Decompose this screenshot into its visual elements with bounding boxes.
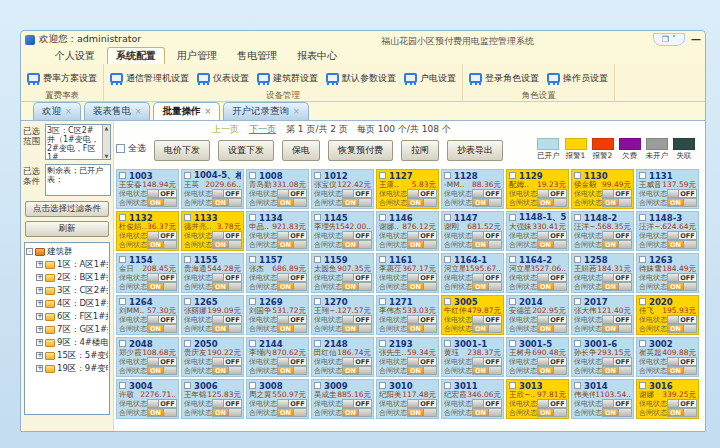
tree-expand-icon[interactable]: +	[36, 313, 43, 320]
meter-card[interactable]: 3002崔英超409.88元保电状态OFF合闸状态ON	[636, 337, 699, 377]
power-protect-toggle[interactable]: OFF	[667, 315, 697, 324]
power-protect-toggle[interactable]: OFF	[667, 273, 697, 282]
meter-checkbox[interactable]	[249, 340, 256, 347]
close-icon[interactable]: ×	[135, 107, 142, 116]
power-protect-toggle[interactable]: OFF	[407, 315, 437, 324]
selected-condition-box[interactable]: 剩余表；已开户表；	[45, 164, 111, 196]
meter-card[interactable]: 3011纪宏霞346.06元保电状态OFF合闸状态ON	[441, 379, 504, 419]
power-protect-toggle[interactable]: OFF	[407, 189, 437, 198]
gate-state-toggle[interactable]: ON	[342, 240, 372, 249]
meter-card[interactable]: 3010纪阳美..117.48元保电状态OFF合闸状态ON	[376, 379, 439, 419]
gate-state-toggle[interactable]: ON	[407, 366, 437, 375]
meter-card[interactable]: 3014伟美仲1103.54..保电状态OFF合闸状态ON	[571, 379, 634, 419]
meter-card[interactable]: 2050贵庆友190.22元保电状态OFF合闸状态ON	[181, 337, 244, 377]
gate-state-toggle[interactable]: ON	[212, 282, 242, 291]
power-protect-toggle[interactable]: OFF	[407, 231, 437, 240]
power-protect-toggle[interactable]: OFF	[472, 357, 502, 366]
power-protect-toggle[interactable]: OFF	[212, 189, 242, 198]
meter-card[interactable]: 1133德井亮..3.78元保电状态OFF合闸状态ON	[181, 211, 244, 251]
meter-checkbox[interactable]	[184, 298, 191, 305]
meter-card[interactable]: 1128-MM..88.36元保电状态OFF合闸状态ON	[441, 169, 504, 209]
range-scrollbar[interactable]: ▲ ▼	[102, 125, 110, 159]
meter-checkbox[interactable]	[574, 256, 581, 263]
gate-state-toggle[interactable]: ON	[212, 198, 242, 207]
meter-checkbox[interactable]	[314, 172, 321, 179]
gate-state-toggle[interactable]: ON	[212, 240, 242, 249]
meter-checkbox[interactable]	[249, 298, 256, 305]
gate-state-toggle[interactable]: ON	[342, 366, 372, 375]
power-protect-toggle[interactable]: OFF	[212, 315, 242, 324]
meter-card[interactable]: 1012张宝仪..122.42元保电状态OFF合闸状态ON	[311, 169, 374, 209]
tree-expand-icon[interactable]: +	[36, 261, 43, 268]
gate-state-toggle[interactable]: ON	[602, 240, 632, 249]
gate-state-toggle[interactable]: ON	[147, 324, 177, 333]
gate-state-toggle[interactable]: ON	[602, 324, 632, 333]
meter-checkbox[interactable]	[314, 382, 321, 389]
meter-checkbox[interactable]	[119, 340, 126, 347]
ribbon-button[interactable]: 通信管理机设置	[110, 72, 189, 85]
meter-checkbox[interactable]	[379, 214, 386, 221]
meter-card[interactable]: 1132杜俊娟..36.37元保电状态OFF合闸状态ON	[116, 211, 179, 251]
scroll-down-icon[interactable]: ▼	[103, 153, 110, 159]
power-protect-toggle[interactable]: OFF	[147, 189, 177, 198]
power-protect-toggle[interactable]: OFF	[277, 357, 307, 366]
power-protect-toggle[interactable]: OFF	[342, 357, 372, 366]
power-protect-toggle[interactable]: OFF	[147, 273, 177, 282]
meter-card[interactable]: 3013王欣~..97.81元保电状态OFF合闸状态ON	[506, 379, 569, 419]
window-restore-icon[interactable]: ❐	[662, 35, 669, 44]
meter-card[interactable]: 2148田红仙186.74元保电状态OFF合闸状态ON	[311, 337, 374, 377]
power-protect-toggle[interactable]: OFF	[667, 357, 697, 366]
meter-checkbox[interactable]	[249, 256, 256, 263]
gate-state-toggle[interactable]: ON	[472, 366, 502, 375]
gate-state-toggle[interactable]: ON	[277, 408, 307, 417]
meter-card[interactable]: 1164-1河立星..1595.67..保电状态OFF合闸状态ON	[441, 253, 504, 293]
power-protect-toggle[interactable]: OFF	[537, 399, 567, 408]
action-button-3[interactable]: 恢复预付费	[328, 140, 393, 161]
gate-state-toggle[interactable]: ON	[472, 240, 502, 249]
meter-checkbox[interactable]	[379, 298, 386, 305]
meter-checkbox[interactable]	[119, 298, 126, 305]
refresh-button[interactable]: 刷新	[25, 221, 109, 237]
meter-card[interactable]: 1154金日208.45元保电状态OFF合闸状态ON	[116, 253, 179, 293]
gate-state-toggle[interactable]: ON	[602, 366, 632, 375]
power-protect-toggle[interactable]: OFF	[472, 231, 502, 240]
gate-state-toggle[interactable]: ON	[277, 198, 307, 207]
ribbon-button[interactable]: 默认参数设置	[326, 72, 396, 85]
meter-card[interactable]: 1146谢娜..876.12元保电状态OFF合闸状态ON	[376, 211, 439, 251]
meter-card[interactable]: 1271李伟杰533.03元保电状态OFF合闸状态ON	[376, 295, 439, 335]
gate-state-toggle[interactable]: ON	[277, 240, 307, 249]
menu-tab-1[interactable]: 系统配置	[107, 47, 165, 64]
power-protect-toggle[interactable]: OFF	[602, 315, 632, 324]
power-protect-toggle[interactable]: OFF	[602, 357, 632, 366]
meter-card[interactable]: 3004许敬2276.71..保电状态OFF合闸状态ON	[116, 379, 179, 419]
power-protect-toggle[interactable]: OFF	[537, 273, 567, 282]
meter-card[interactable]: 1004-5、相一王英2029.66..保电状态OFF合闸状态ON	[181, 169, 244, 209]
gate-state-toggle[interactable]: ON	[537, 408, 567, 417]
power-protect-toggle[interactable]: OFF	[602, 231, 632, 240]
power-protect-toggle[interactable]: OFF	[537, 189, 567, 198]
tree-expand-icon[interactable]: +	[36, 365, 43, 372]
power-protect-toggle[interactable]: OFF	[342, 399, 372, 408]
power-protect-toggle[interactable]: OFF	[277, 273, 307, 282]
meter-checkbox[interactable]	[574, 172, 581, 179]
power-protect-toggle[interactable]: OFF	[537, 315, 567, 324]
gate-state-toggle[interactable]: ON	[407, 324, 437, 333]
gate-state-toggle[interactable]: ON	[407, 408, 437, 417]
meter-card[interactable]: 1161李惠茳367.17元保电状态OFF合闸状态ON	[376, 253, 439, 293]
meter-card[interactable]: 1265张丽娜199.09元保电状态OFF合闸状态ON	[181, 295, 244, 335]
power-protect-toggle[interactable]: OFF	[602, 273, 632, 282]
meter-checkbox[interactable]	[379, 340, 386, 347]
meter-card[interactable]: 1145李理先..1542.00..保电状态OFF合闸状态ON	[311, 211, 374, 251]
power-protect-toggle[interactable]: OFF	[342, 315, 372, 324]
action-button-0[interactable]: 电价下发	[154, 140, 210, 161]
power-protect-toggle[interactable]: OFF	[212, 357, 242, 366]
power-protect-toggle[interactable]: OFF	[277, 231, 307, 240]
meter-checkbox[interactable]	[509, 172, 516, 179]
power-protect-toggle[interactable]: OFF	[147, 231, 177, 240]
gate-state-toggle[interactable]: ON	[472, 324, 502, 333]
doc-tab-2[interactable]: 批量操作×	[153, 102, 220, 120]
gate-state-toggle[interactable]: ON	[602, 282, 632, 291]
meter-card[interactable]: 3001-5王树舟690.48元保电状态OFF合闸状态ON	[506, 337, 569, 377]
gate-state-toggle[interactable]: ON	[212, 366, 242, 375]
meter-checkbox[interactable]	[444, 382, 451, 389]
